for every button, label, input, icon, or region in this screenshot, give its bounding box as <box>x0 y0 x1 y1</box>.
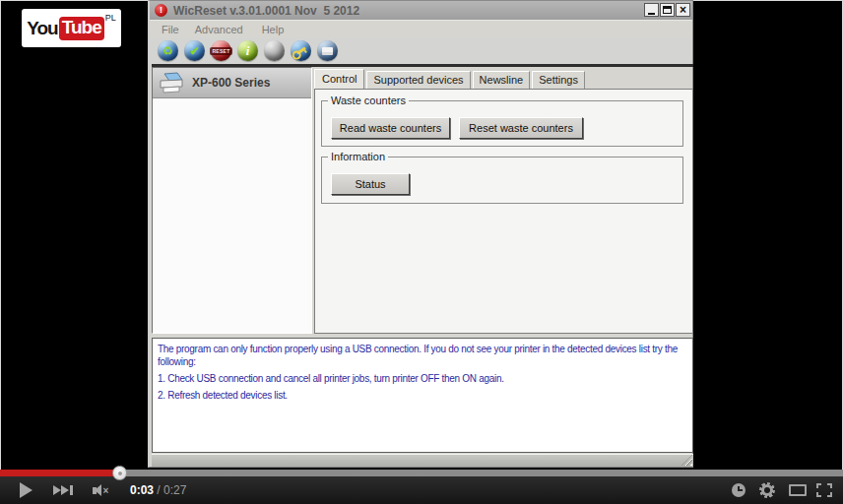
watch-later-button[interactable] <box>731 476 746 504</box>
tab-settings[interactable]: Settings <box>532 71 585 89</box>
fullscreen-button[interactable] <box>815 476 833 504</box>
status-button[interactable]: Status <box>331 173 410 195</box>
menu-advanced[interactable]: Advanced <box>195 24 243 35</box>
info-step-2: 2. Refresh detected devices list. <box>158 389 687 402</box>
waste-counters-group: Waste counters Read waste counters Reset… <box>321 100 683 147</box>
theater-mode-button[interactable] <box>788 476 808 504</box>
youtube-logo: You Tube PL <box>22 9 121 47</box>
player-controls: × 0:03 / 0:27 <box>0 476 843 504</box>
information-group: Information Status <box>321 157 683 204</box>
title-bar: ! WicReset v.3.01.0001 Nov 5 2012 × <box>150 1 692 20</box>
play-icon <box>20 482 32 498</box>
status-bar <box>152 454 693 467</box>
device-list: XP-600 Series <box>152 67 312 334</box>
time-display: 0:03 / 0:27 <box>130 476 186 504</box>
minimize-button[interactable] <box>644 3 659 17</box>
settings-button[interactable] <box>758 476 776 504</box>
maximize-icon <box>663 6 672 14</box>
printer-device-icon <box>157 71 186 94</box>
read-waste-counters-button[interactable]: Read waste counters <box>331 117 450 139</box>
close-button[interactable]: × <box>676 3 690 17</box>
mute-x-icon: × <box>103 485 109 496</box>
device-name: XP-600 Series <box>192 76 270 90</box>
time-total: / 0:27 <box>154 483 186 497</box>
control-tab-page: Waste counters Read waste counters Reset… <box>314 89 693 334</box>
tab-supported-devices[interactable]: Supported devices <box>366 71 470 89</box>
tab-strip: Control Supported devices Newsline Setti… <box>314 70 587 89</box>
recycle-icon[interactable]: ♻ <box>158 40 178 61</box>
printer-icon[interactable] <box>317 40 338 61</box>
minimize-icon <box>648 13 655 15</box>
waste-counters-label: Waste counters <box>328 94 409 106</box>
wicreset-window: ! WicReset v.3.01.0001 Nov 5 2012 × File… <box>148 0 693 468</box>
close-icon: × <box>680 4 686 16</box>
resize-grip[interactable] <box>681 455 692 466</box>
mute-button[interactable]: × <box>89 476 112 504</box>
info-panel: The program can only function properly u… <box>152 338 693 453</box>
printer-glyph <box>322 47 333 55</box>
video-player: You Tube PL ! WicReset v.3.01.0001 Nov 5… <box>0 0 843 504</box>
theater-icon <box>789 484 807 496</box>
clock-icon <box>732 483 746 497</box>
tab-control[interactable]: Control <box>314 69 364 89</box>
recycle-glyph: ♻ <box>162 45 173 57</box>
reset-icon[interactable]: RESET <box>211 40 231 61</box>
app-icon: ! <box>155 4 167 17</box>
youtube-region-label: PL <box>105 13 116 23</box>
key-glyph <box>296 46 306 54</box>
menu-help[interactable]: Help <box>262 24 285 35</box>
globe-icon[interactable] <box>264 40 285 61</box>
maximize-button[interactable] <box>660 3 675 17</box>
speaker-icon-cone <box>95 484 101 496</box>
next-button[interactable] <box>51 476 75 504</box>
info-step-1: 1. Check USB connection and cancel all p… <box>158 372 687 385</box>
menu-file[interactable]: File <box>162 24 179 35</box>
info-icon[interactable]: i <box>237 40 258 61</box>
gear-icon <box>759 482 775 498</box>
check-icon[interactable]: ✔ <box>184 40 205 61</box>
tab-newsline[interactable]: Newsline <box>473 71 531 89</box>
next-icon <box>53 485 61 495</box>
youtube-logo-tube: Tube <box>59 17 104 40</box>
play-button[interactable] <box>16 476 35 504</box>
menu-bar: File Advanced Help <box>150 20 692 37</box>
device-row-xp600[interactable]: XP-600 Series <box>153 68 311 98</box>
youtube-logo-you: You <box>27 18 57 39</box>
seek-progress <box>0 470 117 476</box>
time-current: 0:03 <box>130 483 154 497</box>
check-glyph: ✔ <box>189 45 199 57</box>
fullscreen-icon <box>816 483 832 497</box>
window-title: WicReset v.3.01.0001 Nov 5 2012 <box>173 4 359 18</box>
toolbar: ♻ ✔ RESET i <box>150 37 692 66</box>
reset-waste-counters-button[interactable]: Reset waste counters <box>459 117 583 139</box>
info-glyph: i <box>246 44 250 57</box>
seek-knob[interactable] <box>112 466 127 480</box>
info-intro: The program can only function properly u… <box>158 343 687 368</box>
next-icon-2 <box>61 485 69 495</box>
reset-glyph: RESET <box>210 47 231 55</box>
key-icon[interactable] <box>291 40 311 61</box>
next-icon-bar <box>70 485 73 495</box>
information-label: Information <box>328 151 388 162</box>
